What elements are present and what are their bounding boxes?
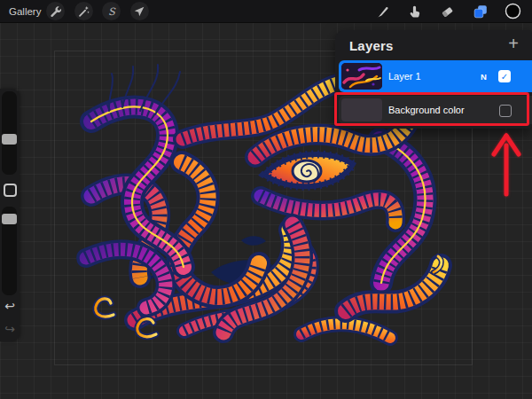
transform-button[interactable] <box>130 2 149 20</box>
layer1-blend-mode[interactable]: N <box>481 60 487 92</box>
adjustments-button[interactable] <box>74 2 93 20</box>
layer1-name: Layer 1 <box>388 60 421 92</box>
procreate-app: ↩ ↪ Gallery S <box>0 0 532 399</box>
layer1-visibility-checkbox[interactable]: ✓ <box>498 70 511 82</box>
layers-button[interactable] <box>471 2 489 20</box>
brush-size-slider-handle[interactable] <box>2 134 17 145</box>
selection-button[interactable]: S <box>102 2 121 20</box>
current-color-disc-icon <box>505 3 521 20</box>
gallery-button[interactable]: Gallery <box>9 0 41 22</box>
selection-s-icon: S <box>106 5 118 18</box>
annotation-highlight-box <box>334 92 529 126</box>
smudge-finger-icon <box>408 4 421 18</box>
layer1-thumbnail[interactable] <box>341 63 382 90</box>
erase-button[interactable] <box>438 2 457 20</box>
smudge-button[interactable] <box>405 2 424 20</box>
modify-button[interactable] <box>4 184 17 197</box>
undo-icon: ↩ <box>4 299 15 313</box>
sidebar-tool-controls: ↩ ↪ <box>0 89 20 341</box>
top-toolbar: Gallery S <box>0 0 532 23</box>
layers-panel-title: Layers <box>349 38 394 53</box>
annotation-up-arrow <box>486 129 527 200</box>
layer1-thumbnail-art <box>341 63 382 90</box>
redo-icon: ↪ <box>4 322 15 336</box>
color-button[interactable] <box>504 2 522 20</box>
actions-button[interactable] <box>46 2 65 20</box>
paint-button[interactable] <box>372 2 391 20</box>
svg-text:S: S <box>108 5 116 18</box>
brush-size-slider[interactable] <box>2 91 17 175</box>
checkmark-icon: ✓ <box>501 72 508 82</box>
transform-arrow-icon <box>134 5 145 17</box>
layers-stack-icon <box>473 4 488 19</box>
wrench-icon <box>50 5 61 17</box>
redo-button[interactable]: ↪ <box>0 320 20 338</box>
eraser-icon <box>441 4 454 18</box>
paint-brush-icon <box>375 4 388 18</box>
add-layer-button[interactable]: + <box>503 33 524 54</box>
magic-wand-icon <box>78 5 90 17</box>
opacity-slider-handle[interactable] <box>2 214 17 224</box>
gallery-label: Gallery <box>9 6 41 17</box>
layer-row-layer1[interactable]: Layer 1 N ✓ <box>339 60 532 92</box>
undo-button[interactable]: ↩ <box>0 297 20 315</box>
